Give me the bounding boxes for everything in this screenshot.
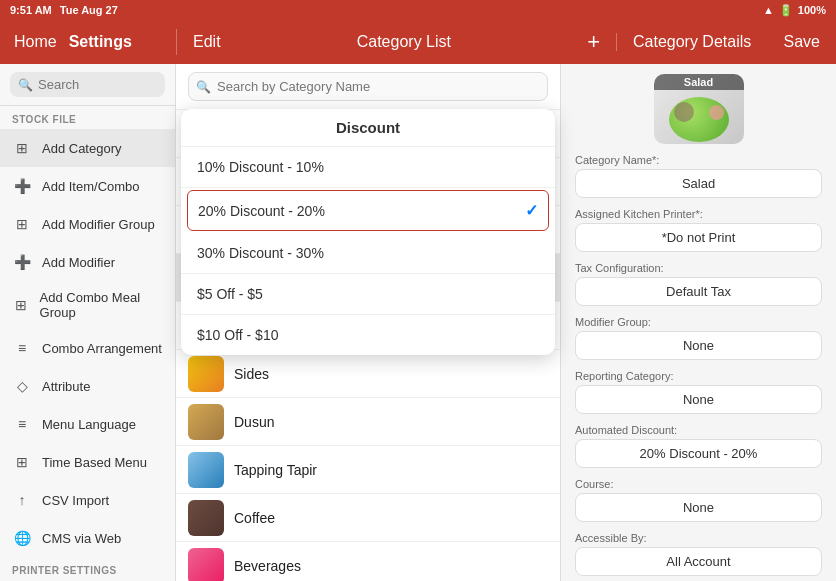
salad-card-label: Salad	[654, 74, 744, 90]
kitchen-printer-field-group: Assigned Kitchen Printer*: *Do not Print	[575, 208, 822, 252]
category-details-title: Category Details	[633, 33, 751, 51]
sidebar-item-add-category[interactable]: ⊞ Add Category	[0, 129, 175, 167]
category-name-sides: Sides	[234, 366, 548, 382]
sidebar-item-add-item-combo[interactable]: ➕ Add Item/Combo	[0, 167, 175, 205]
category-thumb-tapping	[188, 452, 224, 488]
sidebar-item-label: Combo Arrangement	[42, 341, 162, 356]
category-search-area: 🔍	[176, 64, 560, 110]
discount-item-30[interactable]: 30% Discount - 30%	[181, 233, 555, 274]
sidebar-item-csv-import[interactable]: ↑ CSV Import	[0, 481, 175, 519]
printer-settings-label: PRINTER SETTINGS	[0, 557, 175, 580]
csv-import-icon: ↑	[12, 490, 32, 510]
add-modifier-icon: ➕	[12, 252, 32, 272]
automated-discount-value[interactable]: 20% Discount - 20%	[575, 439, 822, 468]
discount-label-30: 30% Discount - 30%	[197, 245, 324, 261]
course-label: Course:	[575, 478, 822, 490]
automated-discount-field-group: Automated Discount: 20% Discount - 20%	[575, 424, 822, 468]
discount-item-10[interactable]: 10% Discount - 10%	[181, 147, 555, 188]
tax-config-value[interactable]: Default Tax	[575, 277, 822, 306]
sidebar-item-label: CSV Import	[42, 493, 109, 508]
discount-label-10: 10% Discount - 10%	[197, 159, 324, 175]
category-name-tapping-tapir: Tapping Tapir	[234, 462, 548, 478]
add-item-combo-icon: ➕	[12, 176, 32, 196]
category-search-icon: 🔍	[196, 80, 211, 94]
add-modifier-group-icon: ⊞	[12, 214, 32, 234]
category-name-beverages: Beverages	[234, 558, 548, 574]
sidebar-item-label: Time Based Menu	[42, 455, 147, 470]
discount-item-5off[interactable]: $5 Off - $5	[181, 274, 555, 315]
sidebar-search-input[interactable]	[10, 72, 165, 97]
main-layout: 🔍 STOCK FILE ⊞ Add Category ➕ Add Item/C…	[0, 64, 836, 581]
sidebar-item-cms-via-web[interactable]: 🌐 CMS via Web	[0, 519, 175, 557]
sidebar-item-menu-language[interactable]: ≡ Menu Language	[0, 405, 175, 443]
accessible-by-label: Accessible By:	[575, 532, 822, 544]
category-thumb-dusun	[188, 404, 224, 440]
category-search-input[interactable]	[188, 72, 548, 101]
sidebar-item-add-combo-meal-group[interactable]: ⊞ Add Combo Meal Group	[0, 281, 175, 329]
sidebar-item-label: Add Category	[42, 141, 122, 156]
stock-file-label: STOCK FILE	[0, 106, 175, 129]
salad-card: Salad	[654, 74, 744, 144]
save-button[interactable]: Save	[784, 33, 820, 51]
discount-dropdown: Discount 10% Discount - 10% 20% Discount…	[181, 109, 555, 355]
sidebar-item-time-based-menu[interactable]: ⊞ Time Based Menu	[0, 443, 175, 481]
battery-icon: 🔋	[779, 4, 793, 17]
category-thumb-sides	[188, 356, 224, 392]
discount-title: Discount	[181, 109, 555, 147]
salad-food-image	[669, 97, 729, 142]
attribute-icon: ◇	[12, 376, 32, 396]
modifier-group-field-group: Modifier Group: None	[575, 316, 822, 360]
home-button[interactable]: Home	[14, 33, 57, 51]
category-name-dusun: Dusun	[234, 414, 548, 430]
edit-button[interactable]: Edit	[193, 33, 221, 51]
category-name-value[interactable]: Salad	[575, 169, 822, 198]
sidebar-search-area: 🔍	[0, 64, 175, 106]
cms-via-web-icon: 🌐	[12, 528, 32, 548]
reporting-category-field-group: Reporting Category: None	[575, 370, 822, 414]
sidebar-item-label: Menu Language	[42, 417, 136, 432]
category-item-dusun[interactable]: Dusun	[176, 398, 560, 446]
category-name-field-group: Category Name*: Salad	[575, 154, 822, 198]
wifi-icon: ▲	[763, 4, 774, 16]
kitchen-printer-value[interactable]: *Do not Print	[575, 223, 822, 252]
add-combo-meal-group-icon: ⊞	[12, 295, 30, 315]
sidebar-item-add-modifier-group[interactable]: ⊞ Add Modifier Group	[0, 205, 175, 243]
sidebar-item-add-modifier[interactable]: ➕ Add Modifier	[0, 243, 175, 281]
accessible-by-field-group: Accessible By: All Account	[575, 532, 822, 576]
category-item-tapping-tapir[interactable]: Tapping Tapir	[176, 446, 560, 494]
category-thumb-coffee	[188, 500, 224, 536]
course-field-group: Course: None	[575, 478, 822, 522]
sidebar-item-label: Add Combo Meal Group	[40, 290, 163, 320]
course-value[interactable]: None	[575, 493, 822, 522]
category-panel: 🔍 Pizza 2 i › Don i › Sas	[176, 64, 561, 581]
menu-language-icon: ≡	[12, 414, 32, 434]
category-item-beverages[interactable]: Beverages	[176, 542, 560, 581]
modifier-group-value[interactable]: None	[575, 331, 822, 360]
category-item-coffee[interactable]: Coffee	[176, 494, 560, 542]
sidebar-item-label: Add Modifier Group	[42, 217, 155, 232]
accessible-by-value[interactable]: All Account	[575, 547, 822, 576]
settings-button[interactable]: Settings	[69, 33, 132, 51]
main-header: Home Settings Edit Category List + Categ…	[0, 20, 836, 64]
category-item-sides[interactable]: Sides	[176, 350, 560, 398]
battery-percent: 100%	[798, 4, 826, 16]
add-category-icon: ⊞	[12, 138, 32, 158]
status-bar: 9:51 AM Tue Aug 27 ▲ 🔋 100%	[0, 0, 836, 20]
discount-item-10off[interactable]: $10 Off - $10	[181, 315, 555, 355]
discount-label-5off: $5 Off - $5	[197, 286, 263, 302]
category-list-title: Category List	[357, 33, 451, 51]
reporting-category-value[interactable]: None	[575, 385, 822, 414]
modifier-group-label: Modifier Group:	[575, 316, 822, 328]
details-image-area[interactable]: Salad	[575, 74, 822, 144]
sidebar-item-attribute[interactable]: ◇ Attribute	[0, 367, 175, 405]
sidebar: 🔍 STOCK FILE ⊞ Add Category ➕ Add Item/C…	[0, 64, 176, 581]
category-name-label: Category Name*:	[575, 154, 822, 166]
sidebar-item-label: Attribute	[42, 379, 90, 394]
add-button[interactable]: +	[587, 29, 600, 55]
sidebar-item-combo-arrangement[interactable]: ≡ Combo Arrangement	[0, 329, 175, 367]
status-date: Tue Aug 27	[60, 4, 118, 16]
time-based-menu-icon: ⊞	[12, 452, 32, 472]
discount-item-20[interactable]: 20% Discount - 20% ✓	[187, 190, 549, 231]
automated-discount-label: Automated Discount:	[575, 424, 822, 436]
category-name-coffee: Coffee	[234, 510, 548, 526]
